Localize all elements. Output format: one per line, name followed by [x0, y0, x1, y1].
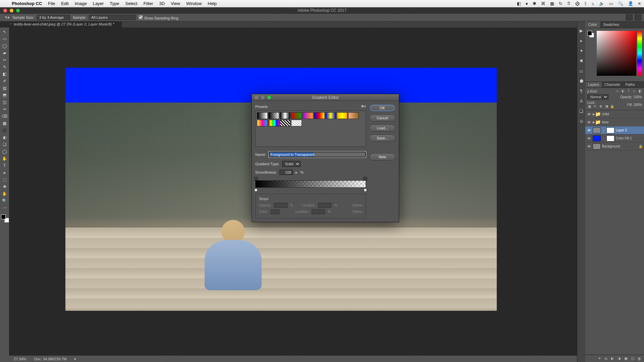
tool-button[interactable]: ▰ [1, 50, 8, 56]
panel-icon[interactable]: ⬢ [578, 78, 584, 84]
gradient-preset[interactable] [280, 120, 290, 126]
zoom-window-icon[interactable] [16, 9, 20, 12]
link-layers-icon[interactable]: ⚭ [598, 356, 601, 361]
status-icon[interactable]: ⠿ [567, 1, 571, 6]
menu-3d[interactable]: 3D [156, 1, 168, 6]
layer-row[interactable]: 👁▸📁bear [585, 118, 644, 126]
panel-icon[interactable]: ⊙ [578, 119, 584, 125]
document-tab[interactable]: × teddy-bear-and-child.jpeg @ 27.3% (Lay… [9, 21, 122, 27]
menu-file[interactable]: File [45, 1, 58, 6]
tool-button[interactable]: ◯ [1, 43, 8, 49]
gradient-preset[interactable] [268, 120, 279, 126]
gradient-name-input[interactable] [269, 152, 366, 158]
minimize-window-icon[interactable] [10, 9, 13, 12]
gradient-ramp[interactable] [255, 177, 366, 192]
visibility-icon[interactable]: 👁 [587, 112, 591, 116]
close-window-icon[interactable] [3, 9, 7, 12]
status-icon[interactable]: ▦ [550, 1, 554, 6]
new-layer-icon[interactable]: ◫ [631, 356, 634, 361]
tab-color[interactable]: Color [585, 21, 600, 28]
tool-button[interactable]: ✋ [1, 191, 8, 197]
visibility-icon[interactable]: 👁 [587, 128, 591, 132]
lock-icons[interactable]: ▦✎✥⬔🔒 [587, 105, 614, 109]
dialog-zoom-icon[interactable] [267, 96, 271, 99]
tool-button[interactable]: ❏ [1, 141, 8, 147]
bluetooth-icon[interactable]: ᛒ [584, 1, 587, 6]
color-panel[interactable] [585, 28, 644, 82]
tool-button[interactable]: ⌫ [1, 113, 8, 119]
tool-button[interactable]: ▦ [1, 120, 8, 126]
gradient-preset[interactable] [257, 120, 268, 126]
tool-button[interactable]: ↖ [1, 29, 8, 35]
tab-paths[interactable]: Paths [623, 82, 638, 87]
layer-row[interactable]: 👁Background🔒 [585, 142, 644, 150]
status-icon[interactable]: ◧ [517, 1, 521, 6]
tool-button[interactable]: ◐ [1, 134, 8, 140]
tool-button[interactable]: ✎ [1, 64, 8, 70]
cancel-button[interactable]: Cancel [369, 114, 395, 122]
gradient-preset[interactable] [268, 112, 279, 119]
gradient-bar[interactable] [255, 180, 366, 188]
panel-icon[interactable]: ▸ [578, 38, 584, 44]
status-icon[interactable]: ⏻ [575, 1, 580, 6]
adjustment-icon[interactable]: ◑ [618, 356, 621, 361]
tab-channels[interactable]: Channels [602, 82, 623, 87]
load-button[interactable]: Load... [369, 124, 395, 132]
foreground-background-swatch[interactable] [1, 215, 8, 222]
color-stop[interactable] [254, 188, 258, 192]
zoom-level[interactable]: 27.34% [14, 357, 26, 361]
menu-layer[interactable]: Layer [90, 1, 107, 6]
menu-filter[interactable]: Filter [141, 1, 156, 6]
blend-mode-dropdown[interactable]: Normal [587, 95, 608, 100]
volume-icon[interactable]: 🔈 [599, 1, 604, 6]
app-name[interactable]: Photoshop CC [9, 1, 45, 6]
tool-button[interactable]: ✂ [1, 57, 8, 63]
fill-value[interactable]: 100% [633, 103, 642, 107]
gradient-preset[interactable] [291, 120, 302, 126]
panel-icon[interactable]: ⚏ [578, 68, 584, 74]
spotlight-icon[interactable]: 🔍 [618, 1, 623, 6]
dialog-titlebar[interactable]: Gradient Editor [252, 94, 399, 101]
gradient-preset[interactable] [325, 112, 336, 119]
status-chevron-icon[interactable]: ▸ [74, 357, 76, 361]
trash-icon[interactable]: 🗑 [638, 357, 641, 361]
gradient-preset[interactable] [314, 112, 325, 119]
user-icon[interactable]: 👤 [628, 1, 633, 6]
smoothness-input[interactable] [279, 170, 293, 175]
workspace-button[interactable] [635, 14, 641, 20]
color-stop[interactable] [364, 188, 367, 192]
tool-button[interactable]: ▤ [1, 85, 8, 91]
layer-filter-icons[interactable]: ▭◐T▱◧ [615, 89, 642, 93]
ok-button[interactable]: OK [369, 104, 395, 112]
panel-icon[interactable]: ✱ [578, 58, 584, 64]
panel-icon[interactable]: ¶ [578, 88, 584, 95]
tool-button[interactable]: ✐ [1, 78, 8, 84]
gradient-preset[interactable] [291, 112, 302, 119]
tool-button[interactable]: ▸ [1, 170, 8, 176]
tool-button[interactable]: ▭ [1, 36, 8, 42]
menu-edit[interactable]: Edit [58, 1, 71, 6]
dialog-close-icon[interactable] [255, 96, 258, 99]
visibility-icon[interactable]: 👁 [587, 136, 591, 140]
tab-swatches[interactable]: Swatches [600, 21, 622, 28]
menu-type[interactable]: Type [107, 1, 122, 6]
tool-button[interactable]: ⬒ [1, 92, 8, 98]
hue-slider[interactable] [637, 31, 642, 76]
presets-gear-icon[interactable]: ✱▾ [361, 104, 366, 109]
opacity-stop[interactable] [364, 177, 367, 180]
menu-image[interactable]: Image [72, 1, 90, 6]
tool-button[interactable]: ✥ [1, 184, 8, 190]
tool-button[interactable]: ✑ [1, 106, 8, 112]
layer-row[interactable]: 👁▸📁child [585, 110, 644, 118]
gradient-preset[interactable] [348, 112, 359, 119]
eyedropper-icon[interactable]: ✎▾ [5, 15, 10, 20]
sample-dropdown[interactable]: All Layers [89, 15, 136, 20]
tool-button[interactable]: ◯ [1, 148, 8, 155]
panel-icon[interactable]: ❏ [578, 109, 584, 115]
mask-icon[interactable]: ◐ [611, 356, 614, 361]
layer-row[interactable]: 👁⬨Color Fill 1 [585, 134, 644, 142]
visibility-icon[interactable]: 👁 [587, 120, 591, 124]
tool-button[interactable]: ⬚ [1, 177, 8, 183]
tab-layers[interactable]: Layers [585, 82, 602, 87]
color-swatch[interactable] [587, 31, 594, 38]
